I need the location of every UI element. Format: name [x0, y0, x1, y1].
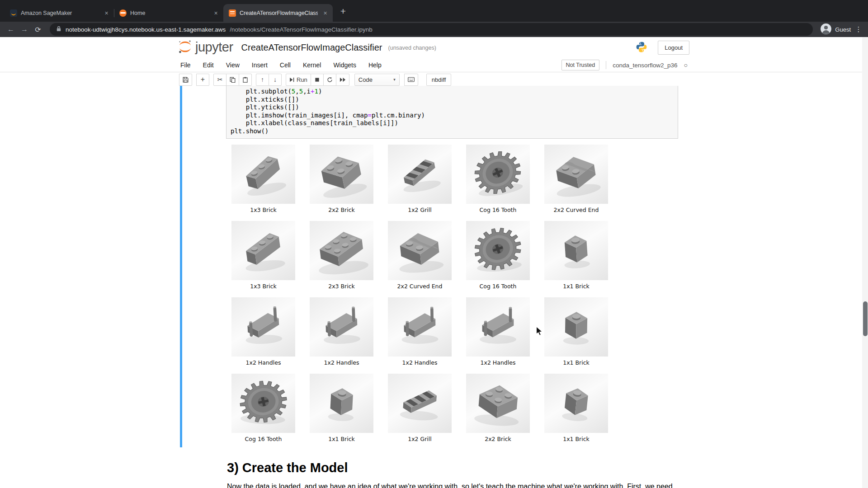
notebook-toolbar: +✂↑↓RunCode▾nbdiff — [0, 72, 868, 87]
browser-tab-2[interactable]: Home× — [114, 4, 223, 22]
menu-cell[interactable]: Cell — [280, 61, 291, 69]
autosave-status: (unsaved changes) — [388, 45, 436, 51]
save-checkpoint-button[interactable] — [179, 74, 192, 86]
logout-button[interactable]: Logout — [658, 41, 689, 55]
url-bar[interactable]: notebook-udtwigjh8cys.notebook.us-east-1… — [50, 23, 813, 36]
forward-button[interactable]: → — [18, 23, 31, 36]
mouse-cursor — [536, 326, 544, 336]
not-trusted-badge[interactable]: Not Trusted — [561, 60, 600, 70]
lego-brick-image — [388, 374, 452, 433]
lego-brick-image — [231, 145, 295, 204]
tab-title: Amazon SageMaker — [21, 10, 99, 16]
image-class-label: 2x3 Brick — [310, 283, 373, 290]
run-label: Run — [297, 76, 307, 83]
menu-insert[interactable]: Insert — [252, 61, 268, 69]
lego-brick-image — [388, 221, 452, 280]
reload-icon: ⟳ — [35, 25, 41, 34]
output-image-tile: 2x2 Curved End — [388, 221, 452, 290]
move-cell-up-button[interactable]: ↑ — [256, 74, 269, 86]
tab-title: Home — [130, 10, 208, 16]
lego-brick-image — [388, 297, 452, 357]
image-class-label: 1x2 Grill — [388, 206, 452, 213]
lego-brick-image — [231, 374, 295, 433]
cell-type-select[interactable]: Code▾ — [354, 74, 400, 86]
page-scrollbar[interactable] — [862, 37, 868, 488]
browser-tab-3[interactable]: CreateATensorFlowImageClass× — [223, 4, 333, 22]
image-class-label: 1x2 Handles — [388, 359, 452, 366]
profile-label: Guest — [835, 26, 851, 33]
output-image-tile: 1x1 Brick — [310, 374, 373, 442]
select-caret-icon: ▾ — [393, 77, 396, 82]
menu-edit[interactable]: Edit — [203, 61, 214, 69]
image-class-label: 1x1 Brick — [310, 436, 373, 442]
tab-close-icon[interactable]: × — [212, 9, 220, 17]
menu-view[interactable]: View — [226, 61, 240, 69]
image-class-label: Cog 16 Tooth — [231, 436, 295, 442]
tab-close-icon[interactable]: × — [103, 9, 110, 17]
output-image-tile: 1x3 Brick — [231, 221, 295, 290]
markdown-paragraph: Now the data is loaded, and we have an i… — [227, 482, 677, 488]
jupyter-planet-icon — [178, 39, 193, 56]
output-grid: 1x3 Brick2x2 Brick1x2 GrillCog 16 Tooth2… — [231, 145, 683, 442]
python-kernel-icon — [636, 41, 647, 55]
menu-file[interactable]: File — [180, 61, 191, 69]
image-class-label: 1x1 Brick — [544, 359, 608, 366]
avatar-icon — [820, 23, 832, 36]
cut-cells-button[interactable]: ✂ — [213, 74, 226, 86]
reload-button[interactable]: ⟳ — [32, 23, 44, 36]
image-class-label: 2x2 Curved End — [388, 283, 452, 290]
browser-menu-kebab-icon[interactable]: ⋮ — [854, 25, 863, 33]
browser-toolbar: ← → ⟳ notebook-udtwigjh8cys.notebook.us-… — [0, 22, 868, 37]
profile-button[interactable]: Guest — [818, 23, 853, 36]
lock-icon — [56, 26, 61, 33]
image-class-label: 1x2 Grill — [388, 436, 452, 442]
tab-close-icon[interactable]: × — [321, 9, 329, 17]
back-icon: ← — [7, 25, 14, 33]
back-button[interactable]: ← — [5, 23, 17, 36]
scrollbar-thumb[interactable] — [863, 301, 868, 336]
jupyter-logotype: jupyter — [195, 41, 233, 55]
command-palette-button[interactable] — [404, 74, 418, 86]
insert-cell-below-button[interactable]: + — [196, 74, 209, 86]
output-image-tile: 1x1 Brick — [544, 297, 608, 366]
lego-brick-image — [388, 145, 452, 204]
url-domain: notebook-udtwigjh8cys.notebook.us-east-1… — [66, 26, 226, 33]
lego-brick-image — [466, 374, 530, 433]
lego-brick-image — [466, 145, 530, 204]
run-cell-button[interactable]: Run — [286, 74, 311, 86]
notebook-favicon — [229, 9, 236, 17]
forward-icon: → — [21, 25, 28, 33]
paste-cells-button[interactable] — [239, 74, 252, 86]
notebook-cell[interactable]: plt.subplot(5,5,i+1) plt.xticks([]) plt.… — [180, 86, 683, 447]
lego-brick-image — [466, 297, 530, 357]
markdown-heading: 3) Create the Model — [227, 460, 348, 475]
nbdiff-button[interactable]: nbdiff — [426, 74, 452, 86]
image-class-label: 1x2 Handles — [466, 359, 530, 366]
image-class-label: 1x3 Brick — [231, 206, 295, 213]
image-class-label: Cog 16 Tooth — [466, 206, 530, 213]
code-editor[interactable]: plt.subplot(5,5,i+1) plt.xticks([]) plt.… — [226, 86, 678, 139]
browser-tab-1[interactable]: Amazon SageMaker× — [5, 4, 114, 22]
new-tab-button[interactable]: + — [336, 5, 350, 18]
menu-kernel[interactable]: Kernel — [303, 61, 321, 69]
tab-strip: Amazon SageMaker×Home×CreateATensorFlowI… — [0, 0, 868, 22]
notebook-title[interactable]: CreateATensorFlowImageClassifier — [241, 42, 382, 53]
jupyter-logo[interactable]: jupyter — [178, 39, 233, 56]
output-image-tile: 1x1 Brick — [544, 221, 608, 290]
menu-help[interactable]: Help — [368, 61, 382, 69]
copy-cells-button[interactable] — [226, 74, 239, 86]
output-image-tile: 1x2 Handles — [466, 297, 530, 366]
image-class-label: 2x2 Curved End — [544, 206, 608, 213]
menu-widgets[interactable]: Widgets — [333, 61, 356, 69]
output-image-tile: 2x2 Brick — [466, 374, 530, 442]
output-image-tile: 2x3 Brick — [310, 221, 373, 290]
output-image-tile: 1x2 Handles — [310, 297, 373, 366]
interrupt-kernel-button[interactable] — [311, 74, 324, 86]
move-cell-down-button[interactable]: ↓ — [269, 74, 282, 86]
restart-kernel-button[interactable] — [323, 74, 336, 86]
output-image-tile: 1x2 Grill — [388, 374, 452, 442]
image-class-label: 1x1 Brick — [544, 436, 608, 442]
restart-run-all-button[interactable] — [336, 74, 349, 86]
output-image-tile: 2x2 Brick — [310, 145, 373, 213]
output-image-tile: Cog 16 Tooth — [466, 145, 530, 213]
